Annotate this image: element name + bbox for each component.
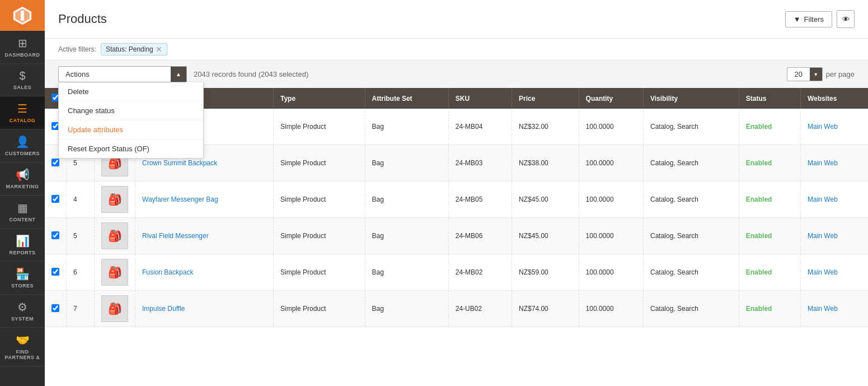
customers-icon: 👤: [16, 135, 30, 148]
row-img-cell: 🎒: [95, 218, 135, 254]
page-title: Products: [58, 12, 107, 26]
row-name-cell: Rival Field Messenger: [135, 218, 274, 254]
row-num-cell: 6: [67, 254, 95, 291]
table-row: 7 🎒 Impulse Duffle Simple Product Bag 24…: [45, 291, 868, 327]
row-type-cell: Simple Product: [273, 109, 365, 145]
row-num-cell: 7: [67, 291, 95, 327]
actions-select: Actions ▲: [58, 66, 187, 82]
actions-dropdown-menu: Delete Change status Update attributes R…: [58, 82, 204, 159]
col-header-attribute-set[interactable]: Attribute Set: [365, 88, 448, 109]
row-checkbox[interactable]: [51, 304, 59, 312]
sidebar-item-content[interactable]: ▦ CONTENT: [0, 196, 45, 229]
filters-bar: Active filters: Status: Pending ✕: [45, 39, 868, 61]
row-img-cell: 🎒: [95, 182, 135, 218]
product-name-link[interactable]: Fusion Backpack: [142, 268, 193, 276]
actions-input: Actions: [59, 67, 171, 82]
dropdown-item-delete[interactable]: Delete: [59, 82, 203, 101]
col-header-visibility[interactable]: Visibility: [643, 88, 739, 109]
per-page-label: per page: [826, 70, 855, 78]
toolbar: Actions ▲ Delete Change status Update at…: [45, 61, 868, 88]
sidebar-item-stores[interactable]: 🏪 STORES: [0, 262, 45, 295]
row-sku-cell: 24-MB03: [448, 145, 512, 182]
row-price-cell: NZ$32.00: [512, 109, 579, 145]
sidebar-item-find-partners[interactable]: 🤝 FIND PARTNERS &: [0, 328, 45, 366]
active-filters-label: Active filters:: [58, 45, 96, 53]
row-attribute-set-cell: Bag: [365, 291, 448, 327]
sidebar-item-reports[interactable]: 📊 REPORTS: [0, 229, 45, 262]
sales-icon: $: [19, 69, 25, 82]
row-status-cell: Enabled: [739, 254, 800, 291]
row-name-cell: Impulse Duffle: [135, 291, 274, 327]
per-page-value[interactable]: 20: [787, 68, 810, 81]
col-header-status[interactable]: Status: [739, 88, 800, 109]
row-type-cell: Simple Product: [273, 291, 365, 327]
product-img-icon: 🎒: [108, 302, 122, 315]
row-type-cell: Simple Product: [273, 218, 365, 254]
sidebar-item-sales[interactable]: $ SALES: [0, 64, 45, 96]
row-quantity-cell: 100.0000: [579, 145, 643, 182]
svg-rect-3: [21, 11, 24, 21]
row-checkbox[interactable]: [51, 195, 59, 203]
row-websites-cell: Main Web: [801, 109, 869, 145]
actions-dropdown-toggle[interactable]: ▲: [171, 67, 186, 82]
per-page-wrapper: 20 ▼ per page: [787, 67, 855, 81]
content-icon: ▦: [17, 201, 28, 215]
product-name-link[interactable]: Wayfarer Messenger Bag: [142, 196, 218, 203]
sidebar-item-label: STORES: [11, 283, 34, 289]
sidebar-item-label: DASHBOARD: [5, 52, 40, 58]
catalog-icon: ☰: [17, 102, 27, 115]
sidebar-item-label: SYSTEM: [11, 316, 34, 322]
filter-chip-close[interactable]: ✕: [156, 45, 162, 53]
header-actions: ▼ Filters 👁: [785, 10, 855, 28]
sidebar-item-label: CONTENT: [10, 217, 36, 222]
row-sku-cell: 24-MB05: [448, 182, 512, 218]
dropdown-item-update-attributes[interactable]: Update attributes: [59, 120, 203, 139]
product-name-link[interactable]: Impulse Duffle: [142, 305, 185, 313]
col-header-quantity[interactable]: Quantity: [579, 88, 643, 109]
sidebar-item-customers[interactable]: 👤 CUSTOMERS: [0, 129, 45, 162]
row-checkbox[interactable]: [51, 159, 59, 166]
row-img-cell: 🎒: [95, 291, 135, 327]
dropdown-item-change-status[interactable]: Change status: [59, 101, 203, 120]
sidebar-item-system[interactable]: ⚙ SYSTEM: [0, 295, 45, 328]
row-attribute-set-cell: Bag: [365, 109, 448, 145]
row-name-cell: Fusion Backpack: [135, 254, 274, 291]
row-checkbox[interactable]: [51, 231, 59, 239]
sidebar-logo[interactable]: [0, 0, 45, 31]
row-img-cell: 🎒: [95, 254, 135, 291]
per-page-arrow[interactable]: ▼: [810, 68, 822, 81]
sidebar-item-label: MARKETING: [6, 184, 39, 189]
row-checkbox[interactable]: [51, 268, 59, 276]
sidebar: ⊞ DASHBOARD $ SALES ☰ CATALOG 👤 CUSTOMER…: [0, 0, 45, 386]
row-websites-cell: Main Web: [801, 291, 869, 327]
row-quantity-cell: 100.0000: [579, 109, 643, 145]
col-header-websites[interactable]: Websites: [801, 88, 869, 109]
sidebar-item-dashboard[interactable]: ⊞ DASHBOARD: [0, 31, 45, 64]
filter-chip-status: Status: Pending ✕: [101, 43, 167, 55]
row-quantity-cell: 100.0000: [579, 291, 643, 327]
toolbar-left: Actions ▲ Delete Change status Update at…: [58, 66, 308, 82]
row-name-cell: Wayfarer Messenger Bag: [135, 182, 274, 218]
row-visibility-cell: Catalog, Search: [643, 254, 739, 291]
sidebar-item-label: CUSTOMERS: [5, 151, 40, 156]
col-header-type[interactable]: Type: [273, 88, 365, 109]
system-icon: ⚙: [17, 300, 27, 314]
row-visibility-cell: Catalog, Search: [643, 182, 739, 218]
row-price-cell: NZ$45.00: [512, 218, 579, 254]
col-header-sku[interactable]: SKU: [448, 88, 512, 109]
product-name-link[interactable]: Crown Summit Backpack: [142, 159, 217, 167]
sidebar-item-label: CATALOG: [10, 118, 36, 123]
dashboard-icon: ⊞: [18, 36, 27, 50]
filters-button[interactable]: ▼ Filters: [785, 11, 832, 27]
col-header-price[interactable]: Price: [512, 88, 579, 109]
columns-button[interactable]: 👁: [837, 10, 855, 28]
dropdown-item-reset-export[interactable]: Reset Export Status (OF): [59, 139, 203, 158]
row-type-cell: Simple Product: [273, 145, 365, 182]
stores-icon: 🏪: [16, 267, 30, 281]
product-name-link[interactable]: Rival Field Messenger: [142, 232, 209, 240]
page-header: Products ▼ Filters 👁: [45, 0, 868, 39]
row-price-cell: NZ$38.00: [512, 145, 579, 182]
sidebar-item-marketing[interactable]: 📢 MARKETING: [0, 162, 45, 196]
row-attribute-set-cell: Bag: [365, 254, 448, 291]
sidebar-item-catalog[interactable]: ☰ CATALOG: [0, 96, 45, 129]
